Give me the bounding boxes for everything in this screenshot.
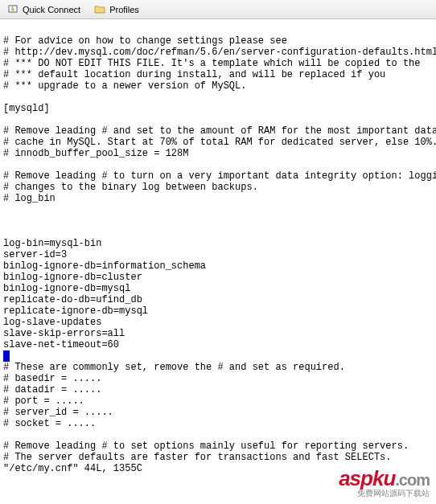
profiles-label: Profiles [109,5,139,14]
lightning-icon [6,3,19,16]
watermark-tagline: 免费网站源码下载站 [339,488,430,499]
quick-connect-label: Quick Connect [23,5,80,14]
profiles-button[interactable]: Profiles [90,2,142,18]
terminal-area[interactable]: # For advice on how to change settings p… [0,19,436,489]
terminal-content-top: # For advice on how to change settings p… [3,35,433,350]
terminal-cursor [3,350,10,362]
toolbar: Quick Connect Profiles [0,0,436,19]
quick-connect-button[interactable]: Quick Connect [3,2,84,18]
folder-icon [93,3,106,16]
terminal-content-bottom: # These are commonly set, remove the # a… [3,362,433,474]
